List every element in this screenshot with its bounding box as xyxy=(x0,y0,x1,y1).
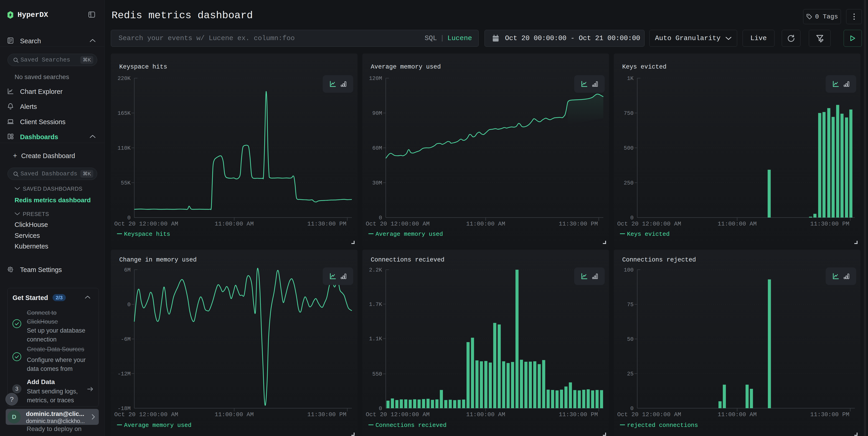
svg-text:Oct 20 12:00:00 AM: Oct 20 12:00:00 AM xyxy=(114,221,178,227)
svg-text:11:30:00 PM: 11:30:00 PM xyxy=(810,221,849,227)
svg-text:0: 0 xyxy=(379,405,382,412)
svg-text:165K: 165K xyxy=(118,110,131,116)
svg-text:11:00:00 AM: 11:00:00 AM xyxy=(466,221,505,227)
svg-text:Oct 20 12:00:00 AM: Oct 20 12:00:00 AM xyxy=(617,411,681,418)
svg-text:0: 0 xyxy=(379,215,382,221)
svg-text:0: 0 xyxy=(127,301,131,308)
svg-text:Oct 20 12:00:00 AM: Oct 20 12:00:00 AM xyxy=(114,411,178,418)
svg-text:11:00:00 AM: 11:00:00 AM xyxy=(466,411,505,418)
svg-text:1.7K: 1.7K xyxy=(369,301,382,308)
svg-text:Keyspace hits: Keyspace hits xyxy=(119,63,167,70)
svg-text:11:30:00 PM: 11:30:00 PM xyxy=(307,221,346,227)
svg-text:Connections recieved: Connections recieved xyxy=(375,422,446,429)
svg-text:-18M: -18M xyxy=(118,405,131,412)
svg-text:Connections rejected: Connections rejected xyxy=(622,257,696,263)
svg-text:0: 0 xyxy=(630,215,633,221)
svg-text:550: 550 xyxy=(372,371,382,377)
svg-text:1K: 1K xyxy=(627,76,633,82)
svg-text:Oct 20 12:00:00 AM: Oct 20 12:00:00 AM xyxy=(366,411,430,418)
svg-text:120M: 120M xyxy=(369,76,382,82)
svg-text:Change in memory used: Change in memory used xyxy=(119,257,197,263)
svg-text:Average memory used: Average memory used xyxy=(124,422,191,429)
svg-text:11:30:00 PM: 11:30:00 PM xyxy=(559,411,598,418)
svg-text:11:00:00 AM: 11:00:00 AM xyxy=(718,411,757,418)
svg-text:-12M: -12M xyxy=(118,371,131,377)
svg-text:25: 25 xyxy=(627,371,633,377)
svg-text:11:00:00 AM: 11:00:00 AM xyxy=(215,411,254,418)
svg-text:11:30:00 PM: 11:30:00 PM xyxy=(559,221,598,227)
svg-text:2.2K: 2.2K xyxy=(369,267,382,273)
svg-text:Keys evicted: Keys evicted xyxy=(622,63,666,70)
svg-text:55K: 55K xyxy=(121,180,131,186)
svg-text:250: 250 xyxy=(624,180,633,186)
svg-text:0: 0 xyxy=(127,215,131,221)
svg-text:11:30:00 PM: 11:30:00 PM xyxy=(810,411,849,418)
svg-text:100: 100 xyxy=(624,267,633,273)
svg-text:110K: 110K xyxy=(118,145,131,151)
svg-text:11:30:00 PM: 11:30:00 PM xyxy=(307,411,346,418)
svg-text:30M: 30M xyxy=(372,180,382,186)
svg-text:Keys evicted: Keys evicted xyxy=(627,231,670,238)
svg-text:6M: 6M xyxy=(124,267,131,273)
svg-text:-6M: -6M xyxy=(121,336,131,342)
svg-text:220K: 220K xyxy=(118,76,131,82)
svg-text:Connections recieved: Connections recieved xyxy=(371,257,444,263)
svg-text:Average memory used: Average memory used xyxy=(375,231,443,238)
svg-text:75: 75 xyxy=(627,301,633,308)
svg-text:11:00:00 AM: 11:00:00 AM xyxy=(215,221,254,227)
svg-text:rejected connections: rejected connections xyxy=(627,422,698,429)
svg-text:11:00:00 AM: 11:00:00 AM xyxy=(718,221,757,227)
svg-text:Oct 20 12:00:00 AM: Oct 20 12:00:00 AM xyxy=(366,221,430,227)
svg-text:500: 500 xyxy=(624,145,633,151)
svg-text:90M: 90M xyxy=(372,110,382,116)
svg-text:1.1K: 1.1K xyxy=(369,336,382,342)
svg-text:60M: 60M xyxy=(372,145,382,151)
svg-text:0: 0 xyxy=(630,405,633,412)
svg-text:750: 750 xyxy=(624,110,633,116)
svg-text:Oct 20 12:00:00 AM: Oct 20 12:00:00 AM xyxy=(617,221,681,227)
svg-text:Keyspace hits: Keyspace hits xyxy=(124,231,170,238)
svg-text:Average memory used: Average memory used xyxy=(371,63,441,70)
svg-text:50: 50 xyxy=(627,336,633,342)
